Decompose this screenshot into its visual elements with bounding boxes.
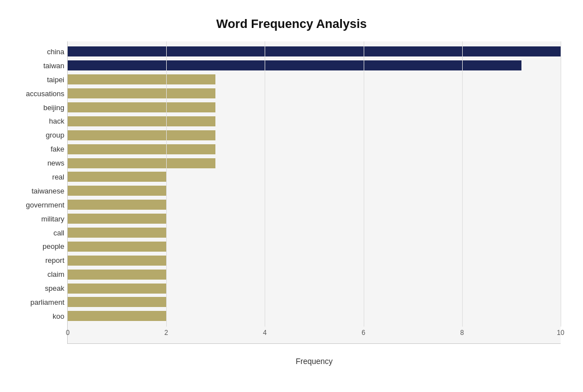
bar-row: report [68, 255, 561, 266]
bar-row: group [68, 130, 561, 141]
chart-container: Word Frequency Analysis chinataiwantaipe… [0, 0, 583, 392]
bar-label: beijing [3, 103, 64, 112]
bar-row: people [68, 241, 561, 252]
bar-label: parliament [3, 298, 64, 306]
bar-row: hack [68, 116, 561, 127]
bar-fill [68, 130, 215, 140]
bar-label: accusations [3, 89, 64, 98]
bar-fill [68, 46, 561, 56]
x-gridline [462, 41, 463, 327]
bar-row: beijing [68, 102, 561, 113]
bar-row: taipei [68, 74, 561, 85]
bar-fill [68, 242, 166, 252]
bar-fill [68, 172, 166, 182]
bar-label: taipei [3, 75, 64, 84]
bar-row: taiwanese [68, 185, 561, 196]
bar-fill [68, 284, 166, 294]
bar-label: taiwan [3, 62, 64, 70]
bar-fill [68, 116, 215, 126]
bar-row: claim [68, 269, 561, 280]
bar-row: koo [68, 310, 561, 322]
bar-row: real [68, 171, 561, 182]
bar-fill [68, 200, 166, 210]
bar-fill [68, 158, 215, 168]
bar-label: china [3, 48, 64, 56]
bar-fill [68, 144, 215, 154]
bar-fill [68, 88, 215, 98]
bar-label: group [3, 131, 64, 139]
bar-row: speak [68, 283, 561, 294]
bar-fill [68, 102, 215, 112]
bar-fill [68, 186, 166, 196]
chart-title: Word Frequency Analysis [22, 17, 561, 31]
bar-fill [68, 214, 166, 224]
bar-fill [68, 256, 166, 266]
x-axis: 0246810 [68, 327, 561, 343]
bar-label: claim [3, 270, 64, 278]
bar-fill [68, 74, 215, 84]
x-gridline [561, 41, 561, 327]
bar-row: fake [68, 144, 561, 155]
bar-label: news [3, 159, 64, 167]
bar-label: military [3, 215, 64, 223]
bar-row: military [68, 213, 561, 224]
bar-label: taiwanese [3, 187, 64, 195]
bar-label: koo [3, 312, 64, 320]
bar-row: call [68, 227, 561, 238]
bar-fill [68, 311, 166, 321]
bar-label: government [3, 201, 64, 209]
bar-label: people [3, 242, 64, 251]
bar-row: parliament [68, 296, 561, 308]
chart-area: chinataiwantaipeiaccusationsbeijinghackg… [67, 41, 561, 344]
x-gridline [166, 41, 167, 327]
bar-label: report [3, 256, 64, 265]
bar-label: call [3, 229, 64, 237]
x-gridline [265, 41, 265, 327]
x-tick-label: 4 [263, 329, 267, 337]
bar-row: government [68, 199, 561, 210]
bar-label: hack [3, 117, 64, 125]
x-tick-label: 6 [361, 329, 365, 337]
x-tick-label: 10 [557, 329, 564, 337]
bar-row: accusations [68, 88, 561, 99]
bar-label: fake [3, 145, 64, 153]
x-tick-label: 2 [164, 329, 168, 337]
bar-row: china [68, 46, 561, 57]
x-gridline [364, 41, 364, 327]
x-tick-label: 0 [66, 329, 70, 337]
bar-label: real [3, 173, 64, 181]
bars-wrapper: chinataiwantaipeiaccusationsbeijinghackg… [68, 41, 561, 327]
bar-label: speak [3, 284, 64, 292]
bar-fill [68, 297, 166, 307]
bar-row: news [68, 158, 561, 169]
bar-fill [68, 228, 166, 238]
bar-row: taiwan [68, 60, 561, 71]
x-axis-label: Frequency [295, 357, 332, 366]
x-tick-label: 8 [460, 329, 464, 337]
bar-fill [68, 60, 521, 70]
bar-fill [68, 270, 166, 280]
